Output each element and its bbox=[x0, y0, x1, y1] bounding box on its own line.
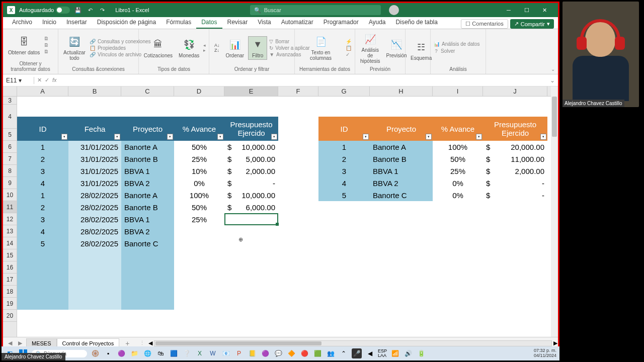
table-row[interactable]: 3BBVA 125%$2,000.00 bbox=[318, 165, 547, 177]
task-icon[interactable]: 📒 bbox=[247, 348, 257, 358]
task-icon[interactable]: 🟣 bbox=[260, 348, 270, 358]
tray-expand-icon[interactable]: ⌃ bbox=[339, 348, 349, 358]
col-header[interactable]: D bbox=[174, 86, 224, 96]
outlook-icon[interactable]: 📧 bbox=[221, 348, 231, 358]
table-row[interactable]: 4BBVA 20%$- bbox=[318, 177, 547, 189]
table-row[interactable]: 331/01/2025BBVA 110%$2,000.00 bbox=[17, 165, 278, 177]
tab-nav-next-icon[interactable]: ▶ bbox=[16, 340, 24, 346]
col-header[interactable]: F bbox=[278, 86, 318, 96]
menu-tab-archivo[interactable]: Archivo bbox=[7, 17, 37, 29]
maximize-button[interactable]: ☐ bbox=[518, 3, 536, 17]
table-header[interactable]: ID▾ bbox=[17, 117, 68, 141]
column-headers[interactable]: ABCDEFGHIJ bbox=[17, 86, 551, 97]
user-avatar-icon[interactable] bbox=[389, 5, 399, 15]
col-header[interactable]: J bbox=[483, 86, 547, 96]
row-header[interactable]: 9 bbox=[3, 177, 17, 189]
col-header[interactable]: H bbox=[370, 86, 433, 96]
row-header[interactable]: 18 bbox=[3, 286, 17, 298]
table-header[interactable]: % Avance▾ bbox=[433, 117, 483, 141]
powerpoint-icon[interactable]: P bbox=[234, 348, 244, 358]
table-header[interactable]: Proyecto▾ bbox=[121, 117, 174, 141]
toggle-icon[interactable] bbox=[56, 7, 70, 14]
expand-formula-icon[interactable]: ⌄ bbox=[547, 77, 558, 84]
row-header[interactable]: 14 bbox=[3, 237, 17, 249]
stocks-button[interactable]: 🏛Cotizaciones bbox=[142, 37, 175, 59]
row-header[interactable]: 13 bbox=[3, 225, 17, 237]
undo-icon[interactable]: ↶ bbox=[86, 6, 94, 14]
outline-button[interactable]: ☷Esquema bbox=[409, 39, 434, 62]
filter-dropdown-icon[interactable]: ▾ bbox=[271, 134, 277, 140]
volume-icon[interactable]: 🔊 bbox=[403, 348, 413, 358]
horizontal-scrollbar[interactable]: ◀ ▶ bbox=[154, 340, 552, 346]
table-row[interactable]: 328/02/2025BBVA 125% bbox=[17, 213, 278, 225]
menu-tab-vista[interactable]: Vista bbox=[253, 17, 276, 29]
wifi-icon[interactable]: 📶 bbox=[390, 348, 400, 358]
table-header[interactable]: PresupuestoEjercido▾ bbox=[483, 117, 547, 141]
filter-dropdown-icon[interactable]: ▾ bbox=[167, 134, 173, 140]
row-header[interactable]: 4 bbox=[3, 105, 17, 129]
menu-tab-automatizar[interactable]: Automatizar bbox=[276, 17, 318, 29]
cancel-icon[interactable]: ✕ bbox=[37, 77, 42, 83]
task-icon[interactable]: 🟣 bbox=[116, 348, 126, 358]
chrome-icon[interactable]: 🔴 bbox=[299, 348, 309, 358]
row-header[interactable]: 8 bbox=[3, 165, 17, 177]
table-right[interactable]: ID▾Proyecto▾% Avance▾PresupuestoEjercido… bbox=[318, 117, 547, 201]
enter-icon[interactable]: ✓ bbox=[45, 77, 49, 83]
table-row[interactable]: 128/02/2025Banorte A100%$10,000.00 bbox=[17, 189, 278, 201]
row-header[interactable]: 6 bbox=[3, 141, 17, 153]
filter-dropdown-icon[interactable]: ▾ bbox=[217, 134, 223, 140]
text-to-columns-button[interactable]: 📄Texto en columnas bbox=[298, 34, 344, 62]
store-icon[interactable]: 🛍 bbox=[155, 348, 166, 358]
filter-button[interactable]: ▼Filtro bbox=[248, 36, 267, 60]
table-row[interactable]: 431/01/2025BBVA 20%$- bbox=[17, 177, 278, 189]
menu-tab-insertar[interactable]: Insertar bbox=[61, 17, 92, 29]
row-header[interactable]: 15 bbox=[3, 249, 17, 261]
col-header[interactable]: E bbox=[224, 86, 278, 96]
word-icon[interactable]: W bbox=[208, 348, 218, 358]
close-button[interactable]: ✕ bbox=[536, 3, 554, 17]
fx-icon[interactable]: fx bbox=[52, 77, 57, 83]
task-icon[interactable]: ▪ bbox=[103, 348, 113, 358]
menu-tab-programador[interactable]: Programador bbox=[318, 17, 364, 29]
menu-tab-ayuda[interactable]: Ayuda bbox=[364, 17, 391, 29]
row-headers[interactable]: 34567891011121314151617181920 bbox=[3, 97, 17, 337]
filter-dropdown-icon[interactable]: ▾ bbox=[476, 134, 482, 140]
table-header[interactable]: % Avance▾ bbox=[174, 117, 224, 141]
table-row[interactable]: 428/02/2025BBVA 2 bbox=[17, 225, 278, 237]
col-header[interactable]: I bbox=[433, 86, 483, 96]
col-header[interactable]: B bbox=[68, 86, 121, 96]
az-sort-icon[interactable]: A↓Z↓ bbox=[212, 42, 222, 54]
menu-tab-diseño-de-tabla[interactable]: Diseño de tabla bbox=[391, 17, 443, 29]
excel-icon[interactable]: X bbox=[195, 348, 205, 358]
table-row[interactable]: 5Banorte C0%$- bbox=[318, 189, 547, 201]
data-analysis-button[interactable]: 📊 Análisis de datos bbox=[434, 41, 480, 47]
filter-dropdown-icon[interactable]: ▾ bbox=[363, 134, 369, 140]
location-icon[interactable]: ◀ bbox=[365, 348, 375, 358]
whatif-button[interactable]: 📈Análisis de hipótesis bbox=[358, 31, 382, 65]
edge-icon[interactable]: 🌐 bbox=[142, 348, 152, 358]
teams-icon[interactable]: 👥 bbox=[326, 348, 336, 358]
comments-button[interactable]: ☐ Comentarios bbox=[461, 19, 508, 29]
col-header[interactable]: A bbox=[17, 86, 68, 96]
search-input[interactable]: 🔍 Buscar bbox=[250, 5, 381, 15]
whatsapp-icon[interactable]: 💬 bbox=[273, 348, 283, 358]
row-header[interactable]: 16 bbox=[3, 261, 17, 274]
refresh-all-button[interactable]: 🔄Actualizar todo bbox=[61, 34, 88, 62]
row-header[interactable]: 17 bbox=[3, 274, 17, 286]
share-button[interactable]: ↗ Compartir ▾ bbox=[510, 19, 554, 29]
worksheet-area[interactable]: ABCDEFGHIJ 34567891011121314151617181920… bbox=[3, 86, 558, 337]
name-box[interactable]: E11 ▾ bbox=[3, 77, 34, 84]
menu-tab-fórmulas[interactable]: Fórmulas bbox=[161, 17, 196, 29]
col-header[interactable]: C bbox=[121, 86, 174, 96]
row-header[interactable]: 19 bbox=[3, 298, 17, 310]
col-header[interactable]: G bbox=[318, 86, 370, 96]
redo-icon[interactable]: ↷ bbox=[98, 6, 106, 14]
filter-dropdown-icon[interactable]: ▾ bbox=[114, 134, 120, 140]
save-icon[interactable]: 💾 bbox=[74, 6, 82, 14]
language-indicator[interactable]: ESPLAA bbox=[378, 349, 387, 358]
row-header[interactable]: 11 bbox=[3, 201, 17, 213]
vertical-scrollbar[interactable] bbox=[551, 86, 558, 337]
row-header[interactable]: 7 bbox=[3, 153, 17, 165]
table-row[interactable]: 1Banorte A100%$20,000.00 bbox=[318, 141, 547, 153]
collapse-ribbon-icon[interactable]: ⌄ bbox=[551, 66, 555, 72]
